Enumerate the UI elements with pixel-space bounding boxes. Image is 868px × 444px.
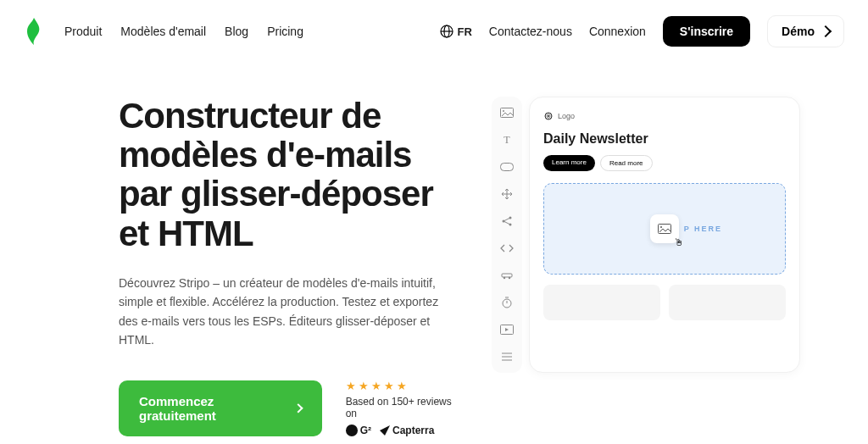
preview-title: Daily Newsletter (543, 131, 786, 147)
dragged-block: 🖱 (650, 214, 679, 243)
nav-pricing[interactable]: Pricing (267, 25, 303, 38)
hero-description: Découvrez Stripo – un créateur de modèle… (119, 274, 458, 350)
brand-logo[interactable] (24, 16, 44, 47)
email-preview: Logo Daily Newsletter Learn more Read mo… (529, 97, 800, 373)
demo-button[interactable]: Démo (767, 15, 844, 47)
image-icon (658, 224, 671, 234)
timer-icon (499, 295, 515, 310)
nav-contact[interactable]: Contactez-nous (489, 25, 572, 38)
image-block-icon (499, 105, 515, 120)
svg-point-13 (504, 277, 505, 279)
preview-logo: Logo (543, 111, 786, 121)
placeholder-card (669, 285, 786, 320)
chevron-right-icon (820, 25, 832, 37)
star-icon: ★ (371, 380, 381, 392)
video-icon (499, 322, 515, 337)
car-icon (499, 268, 515, 283)
reviews-block: ★ ★ ★ ★ ★ Based on 150+ reviews on G² Ca… (346, 380, 458, 436)
drop-zone: 🖱 P HERE (543, 183, 786, 275)
placeholder-card (543, 285, 660, 320)
star-icon: ★ (346, 380, 356, 392)
button-block-icon (499, 159, 515, 175)
cursor-icon: 🖱 (674, 236, 684, 248)
drop-text: P HERE (684, 225, 722, 233)
svg-line-10 (504, 219, 509, 221)
language-selector[interactable]: FR (440, 25, 471, 38)
svg-rect-12 (502, 274, 512, 277)
move-icon (499, 186, 515, 202)
nav-blog[interactable]: Blog (225, 25, 248, 38)
cta-label: Commencez gratuitement (139, 394, 283, 423)
cta-start-button[interactable]: Commencez gratuitement (119, 380, 322, 436)
text-block-icon: T (499, 132, 515, 147)
star-icon: ★ (359, 380, 369, 392)
menu-icon (499, 349, 515, 364)
svg-point-3 (346, 425, 358, 436)
star-icon: ★ (384, 380, 394, 392)
hero-title: Constructeur de modèles d'e-mails par gl… (119, 97, 458, 253)
star-icon: ★ (397, 380, 407, 392)
share-icon (499, 214, 515, 229)
svg-rect-6 (501, 164, 514, 171)
code-icon (499, 241, 515, 256)
svg-point-14 (509, 277, 510, 279)
editor-toolbar: T (492, 97, 522, 373)
signup-button[interactable]: S'inscrire (663, 16, 750, 47)
lang-code: FR (457, 25, 471, 38)
capterra-logo: Capterra (380, 425, 434, 436)
nav-login[interactable]: Connexion (589, 25, 646, 38)
globe-icon (440, 25, 453, 38)
star-rating: ★ ★ ★ ★ ★ (346, 380, 458, 392)
preview-btn-learn: Learn more (543, 155, 595, 171)
g2-logo: G² (346, 425, 371, 436)
svg-point-5 (503, 110, 504, 112)
editor-mockup: T Logo Daily Newsletter Learn more Rea (492, 97, 814, 373)
demo-label: Démo (782, 25, 815, 38)
nav-modeles[interactable]: Modèles d'email (120, 25, 206, 38)
svg-line-11 (504, 222, 509, 225)
nav-produit[interactable]: Produit (64, 25, 102, 38)
reviews-text: Based on 150+ reviews on (346, 396, 458, 419)
svg-point-24 (660, 226, 662, 228)
chevron-right-icon (293, 403, 303, 413)
preview-btn-read: Read more (600, 155, 653, 171)
